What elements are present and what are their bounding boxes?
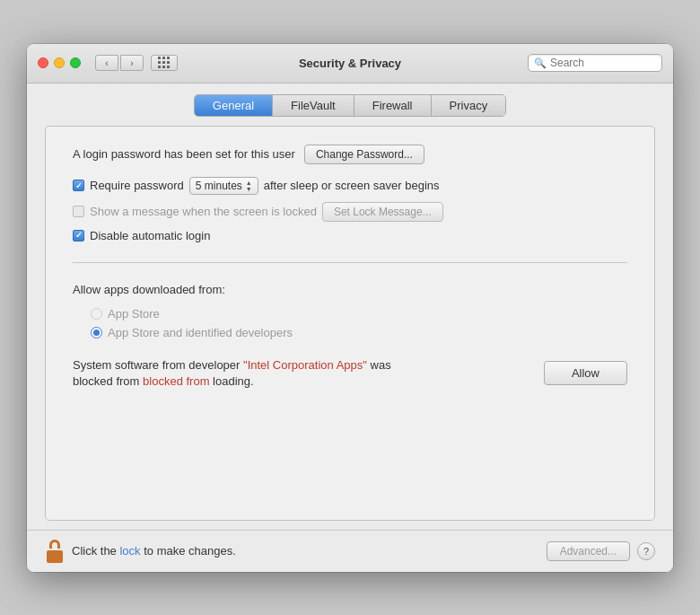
require-password-checkbox[interactable]	[73, 180, 84, 191]
tabs-bar: General FileVault Firewall Privacy	[27, 83, 673, 126]
system-software-text: System software from developer "Intel Co…	[73, 357, 414, 390]
password-time-select[interactable]: 5 minutes ▲ ▼	[189, 177, 258, 195]
app-store-identified-label: App Store and identified developers	[108, 326, 293, 339]
selected-option: 5 minutes	[196, 180, 242, 192]
bottom-lock-text: Click the lock to make changes.	[72, 544, 236, 558]
app-store-identified-radio-row: App Store and identified developers	[91, 326, 627, 339]
lock-link[interactable]: lock	[119, 544, 140, 558]
show-message-label: Show a message when the screen is locked	[90, 205, 317, 218]
allow-apps-title: Allow apps downloaded from:	[73, 283, 627, 296]
close-button[interactable]	[38, 57, 48, 68]
select-arrows-icon: ▲ ▼	[246, 180, 252, 192]
tab-filevault[interactable]: FileVault	[273, 95, 354, 116]
require-password-label: Require password	[90, 179, 184, 192]
disable-autologin-row: Disable automatic login	[73, 229, 627, 242]
require-password-row: Require password 5 minutes ▲ ▼ after sle…	[73, 177, 627, 195]
system-software-highlight: "Intel Corporation Apps"	[243, 358, 367, 372]
main-window: ‹ › Security & Privacy 🔍 General FileVau…	[27, 44, 673, 572]
system-text-3: loading.	[209, 374, 253, 388]
grid-icon	[158, 57, 171, 69]
blocked-from-text: blocked from	[143, 374, 209, 388]
login-password-row: A login password has been set for this u…	[73, 145, 627, 164]
require-password-suffix: after sleep or screen saver begins	[264, 179, 440, 192]
divider	[73, 262, 627, 263]
app-store-label: App Store	[108, 307, 160, 321]
bottom-text-prefix: Click the	[72, 544, 119, 558]
system-software-row: System software from developer "Intel Co…	[73, 357, 627, 390]
maximize-button[interactable]	[70, 57, 81, 68]
lock-icon	[45, 540, 65, 563]
lock-shackle	[49, 540, 60, 549]
tab-firewall[interactable]: Firewall	[354, 95, 432, 116]
forward-button[interactable]: ›	[120, 55, 144, 71]
nav-buttons: ‹ ›	[95, 55, 144, 71]
lock-body	[47, 550, 63, 563]
content-area: A login password has been set for this u…	[45, 126, 655, 521]
system-text-1: System software from developer	[73, 358, 243, 372]
advanced-button[interactable]: Advanced...	[547, 541, 630, 561]
tab-privacy[interactable]: Privacy	[432, 95, 506, 116]
disable-autologin-checkbox[interactable]	[73, 230, 84, 242]
help-button[interactable]: ?	[637, 542, 655, 560]
app-store-identified-radio[interactable]	[91, 327, 102, 338]
bottom-right: Advanced... ?	[547, 541, 655, 561]
tabs-container: General FileVault Firewall Privacy	[194, 94, 506, 117]
app-store-radio[interactable]	[91, 308, 102, 320]
change-password-button[interactable]: Change Password...	[304, 145, 424, 164]
set-lock-message-button[interactable]: Set Lock Message...	[322, 202, 443, 222]
search-input[interactable]	[550, 57, 656, 69]
allow-button[interactable]: Allow	[544, 361, 627, 385]
bottom-bar: Click the lock to make changes. Advanced…	[27, 530, 673, 572]
minimize-button[interactable]	[54, 57, 65, 68]
show-message-row: Show a message when the screen is locked…	[73, 202, 627, 222]
bottom-text-suffix: to make changes.	[141, 544, 236, 558]
titlebar: ‹ › Security & Privacy 🔍	[27, 44, 673, 83]
grid-button[interactable]	[151, 55, 178, 71]
login-password-text: A login password has been set for this u…	[73, 147, 295, 161]
search-icon: 🔍	[534, 57, 547, 69]
search-box[interactable]: 🔍	[528, 54, 662, 72]
window-title: Security & Privacy	[299, 57, 401, 70]
traffic-lights	[38, 57, 81, 68]
show-message-checkbox[interactable]	[73, 206, 84, 217]
disable-autologin-label: Disable automatic login	[90, 229, 210, 242]
app-store-radio-row: App Store	[91, 307, 627, 321]
back-button[interactable]: ‹	[95, 55, 118, 71]
tab-general[interactable]: General	[195, 95, 273, 116]
